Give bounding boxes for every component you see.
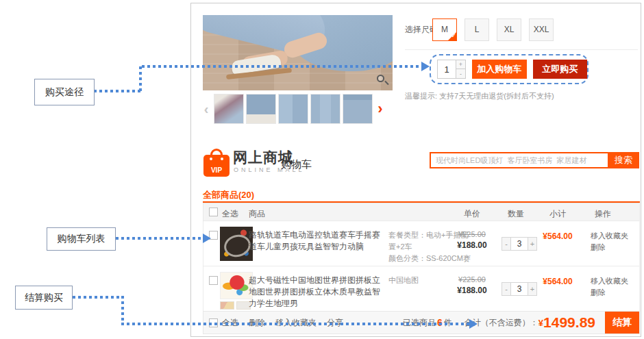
annotation-cart-list: 购物车列表 [47, 227, 116, 251]
buy-now-button[interactable]: 立即购买 [533, 60, 588, 79]
product-image-thumbnails [220, 301, 251, 310]
size-option-label: M [441, 25, 448, 34]
quantity-decrease-button[interactable]: - [456, 69, 466, 79]
quantity-stepper: + - [437, 60, 466, 79]
move-to-favorites-link[interactable]: 移入收藏夹 [591, 230, 628, 242]
unit-price: ¥225.00 ¥188.00 [445, 229, 499, 251]
product-title[interactable]: 超大号磁性中国地图世界拼图拼板立地图世界拼图拼板立体木质早教益智力学生地理男 [249, 275, 386, 310]
add-to-cart-button[interactable]: 加入购物车 [472, 60, 527, 79]
annotation-line [116, 237, 204, 240]
thumbnail-5[interactable] [343, 94, 373, 124]
chevron-left-icon[interactable]: ‹ [201, 94, 212, 124]
size-option-m[interactable]: M ✓ [432, 18, 457, 41]
size-option-xxl[interactable]: XXL [529, 18, 554, 41]
annotation-line [94, 90, 142, 92]
chevron-right-icon[interactable]: › [375, 94, 386, 124]
product-image-track-toy[interactable] [220, 227, 253, 261]
column-select-all: 全选 [222, 208, 238, 220]
row-subtotal: ¥564.00 [537, 231, 578, 241]
quantity-input[interactable] [437, 60, 456, 79]
selected-check-icon: ✓ [451, 25, 456, 47]
current-price: ¥188.00 [445, 240, 499, 251]
delete-link[interactable]: 删除 [591, 287, 628, 299]
row-quantity-stepper: - + [501, 282, 537, 296]
select-all-checkbox[interactable] [209, 208, 218, 216]
mini-image [220, 301, 234, 310]
page-title: 购物车 [281, 158, 312, 171]
search-input[interactable] [430, 152, 608, 168]
increase-button[interactable]: + [528, 282, 537, 296]
quantity-increase-button[interactable]: + [456, 60, 466, 69]
magnifier-icon[interactable] [376, 74, 389, 87]
buy-controls-highlight: + - 加入购物车 立即购买 [430, 54, 589, 84]
row-actions: 移入收藏夹 删除 [591, 275, 628, 299]
row-quantity-input[interactable] [511, 237, 528, 251]
row-checkbox[interactable] [209, 276, 218, 285]
shop-logo-bag-icon[interactable]: VIP [203, 149, 230, 177]
cart-row-2: 超大号磁性中国地图世界拼图拼板立地图世界拼图拼板立体木质早教益智力学生地理男 中… [203, 266, 640, 312]
column-product: 商品 [249, 208, 265, 220]
annotation-line [121, 296, 124, 325]
row-quantity-input[interactable] [511, 282, 528, 296]
bag-body: VIP [203, 155, 230, 177]
bag-dot [221, 158, 223, 160]
unit-price: ¥225.00 ¥188.00 [445, 274, 499, 296]
magnifier-lens [377, 75, 384, 82]
annotation-line [121, 323, 471, 325]
bag-dot [210, 158, 212, 160]
column-subtotal: 小计 [537, 208, 578, 220]
annotation-arrow-icon [469, 319, 478, 329]
original-price: ¥225.00 [445, 229, 499, 240]
checkout-button[interactable]: 结算 [605, 312, 639, 334]
row-subtotal: ¥564.00 [537, 277, 578, 286]
decrease-button[interactable]: - [501, 237, 511, 251]
total-amount: 1499.89 [543, 314, 595, 331]
shop-panel: ‹ › 选择尺码: M ✓ L XL XXL + - 加入购物车 立即购买 温馨… [190, 3, 641, 337]
annotation-checkout: 结算购买 [15, 286, 73, 310]
thumbnail-3[interactable] [278, 94, 308, 124]
annotation-arrow-icon [421, 62, 430, 71]
annotation-arrow-icon [203, 234, 211, 243]
row-actions: 移入收藏夹 删除 [591, 230, 628, 253]
product-main-image[interactable] [203, 15, 393, 90]
product-title[interactable]: 路轨轨道车电动遥控轨道赛车手摇赛道车儿童男孩玩具益智智力动脑 [249, 229, 386, 253]
delete-link[interactable]: 删除 [591, 242, 628, 253]
cart-table-header: 全选 商品 单价 数量 小计 操作 [203, 203, 640, 221]
currency-symbol: ¥ [538, 318, 543, 328]
current-price: ¥188.00 [445, 285, 499, 296]
thumbnail-2[interactable] [246, 94, 276, 124]
return-policy-tip: 温馨提示: 支持7天无理由退货(拆封后不支持) [405, 91, 554, 101]
product-image-china-map[interactable] [220, 272, 253, 299]
annotation-line [73, 296, 124, 299]
cart-section-title: 全部商品(20) [203, 189, 254, 201]
decrease-button[interactable]: - [501, 282, 511, 296]
cart-row-1: 路轨轨道车电动遥控轨道赛车手摇赛道车儿童男孩玩具益智智力动脑 套餐类型：电动+手… [203, 221, 640, 266]
divider [405, 49, 638, 50]
thumbnail-4[interactable] [310, 94, 340, 124]
annotation-line [142, 65, 423, 68]
original-price: ¥225.00 [445, 274, 499, 285]
column-unit-price: 单价 [445, 208, 499, 220]
increase-button[interactable]: + [528, 237, 537, 251]
search-bar: 搜索 [430, 152, 639, 168]
size-options: M ✓ L XL XXL [432, 18, 554, 41]
annotation-line [139, 66, 142, 92]
annotation-purchase-path: 购买途径 [34, 79, 95, 105]
search-button[interactable]: 搜索 [608, 152, 639, 168]
row-quantity-stepper: - + [501, 237, 537, 251]
magnifier-tail [384, 81, 388, 85]
move-to-favorites-link[interactable]: 移入收藏夹 [591, 275, 628, 287]
size-option-l[interactable]: L [465, 18, 489, 41]
thumbnail-1[interactable] [214, 94, 244, 124]
size-option-xl[interactable]: XL [497, 18, 521, 41]
column-actions: 操作 [582, 208, 623, 220]
column-quantity: 数量 [495, 208, 536, 220]
